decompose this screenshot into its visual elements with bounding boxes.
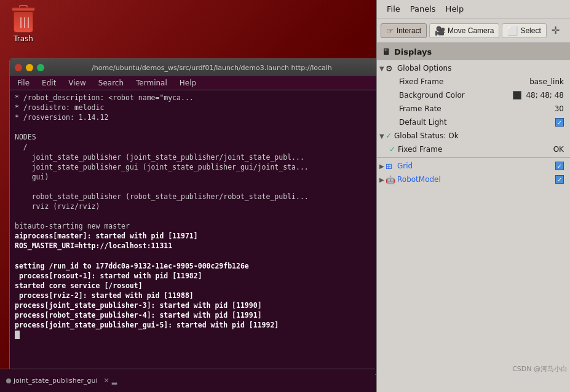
grid-checkbox[interactable]: ✓ — [555, 162, 568, 171]
grid-row[interactable]: ▶ ⊞ Grid ✓ — [377, 159, 570, 173]
default-light-label: Default Light — [399, 118, 555, 127]
terminal-content[interactable]: * /robot_description: <robot name="myca.… — [10, 90, 381, 374]
term-line: process[rviz-2]: started with pid [11988… — [15, 291, 376, 300]
watermark: CSDN @河马小白 — [512, 364, 568, 374]
rviz-menubar: File Panels Help — [377, 0, 570, 18]
term-line: joint_state_publisher (joint_state_publi… — [15, 152, 376, 162]
grid-arrow[interactable]: ▶ — [379, 163, 386, 170]
global-status-arrow[interactable]: ▼ — [379, 133, 386, 139]
terminal-min-btn[interactable] — [26, 64, 33, 71]
term-line: ROS_MASTER_URI=http://localhost:11311 — [15, 241, 376, 251]
displays-header-label: Displays — [394, 47, 432, 57]
term-line: bitauto-starting new master — [15, 221, 376, 231]
rviz-menu-file[interactable]: File — [382, 3, 405, 15]
robot-model-enable-checkbox[interactable]: ✓ — [555, 175, 564, 184]
taskbar-dot — [6, 378, 11, 383]
bg-color-value[interactable]: 48; 48; 48 — [513, 91, 568, 100]
move-camera-icon: 🎥 — [435, 26, 445, 36]
global-status-label: Global Status: Ok — [394, 131, 568, 140]
grid-enable-checkbox[interactable]: ✓ — [555, 162, 564, 170]
robot-model-arrow[interactable]: ▶ — [379, 176, 386, 183]
terminal-menu-terminal[interactable]: Terminal — [133, 77, 170, 88]
term-line — [15, 251, 376, 261]
term-line — [15, 211, 376, 221]
terminal-menu-view[interactable]: View — [66, 77, 88, 88]
monitor-icon: 🖥 — [382, 47, 390, 57]
rviz-menu-help[interactable]: Help — [441, 3, 469, 15]
global-status-row[interactable]: ▼ ✓ Global Status: Ok — [377, 129, 570, 143]
robot-model-label: RobotModel — [397, 175, 555, 184]
select-icon: ⬜ — [507, 26, 518, 36]
term-line: process[joint_state_publisher_gui-5]: st… — [15, 320, 376, 330]
global-options-label: Global Options — [397, 64, 568, 73]
fixed-frame-status-label: Fixed Frame — [398, 145, 553, 154]
taskbar-close-x[interactable]: ✕ — [104, 377, 109, 385]
frame-rate-label: Frame Rate — [399, 104, 555, 113]
rviz-menu-panels[interactable]: Panels — [405, 3, 441, 15]
rviz-panel: File Panels Help ☞ Interact 🎥 Move Camer… — [376, 0, 570, 392]
displays-header: 🖥 Displays — [377, 43, 570, 60]
term-line: rviz (rviz/rviz) — [15, 202, 376, 211]
frame-rate-row: Frame Rate 30 — [377, 102, 570, 116]
move-camera-label: Move Camera — [448, 26, 494, 35]
term-line: process[robot_state_publisher-4]: starte… — [15, 310, 376, 320]
term-line: * /robot_description: <robot name="myca.… — [15, 93, 376, 103]
global-status-check: ✓ — [386, 131, 394, 140]
terminal-menu-help[interactable]: Help — [177, 77, 199, 88]
robot-model-checkbox[interactable]: ✓ — [555, 175, 568, 184]
taskbar-item-label: joint_state_publisher_gui — [14, 377, 98, 385]
robot-model-row[interactable]: ▶ 🤖 RobotModel ✓ — [377, 173, 570, 186]
terminal-close-btn[interactable] — [15, 64, 22, 71]
term-line: process[joint_state_publisher-3]: starte… — [15, 300, 376, 310]
gear-icon: ⚙ — [386, 64, 395, 73]
terminal-menu-edit[interactable]: Edit — [39, 77, 58, 88]
color-swatch — [513, 91, 521, 100]
trash-label: Trash — [14, 34, 33, 43]
interact-tool-btn[interactable]: ☞ Interact — [381, 23, 427, 38]
term-line: NODES — [15, 132, 376, 142]
bg-color-label: Background Color — [399, 91, 513, 100]
taskbar-item-publisher-gui[interactable]: joint_state_publisher_gui ✕ ▂ — [0, 374, 123, 387]
term-line — [15, 182, 376, 192]
terminal-window: /home/ubuntu/demos_ws/src/urdf01/launch/… — [9, 58, 381, 375]
terminal-menu-search[interactable]: Search — [96, 77, 126, 88]
trash-icon[interactable]: Trash — [5, 5, 42, 43]
term-line: aiprocess[master]: started with pid [119… — [15, 231, 376, 241]
term-line: process[rosout-1]: started with pid [119… — [15, 271, 376, 281]
frame-rate-value[interactable]: 30 — [555, 104, 568, 113]
default-light-row: Default Light ✓ — [377, 116, 570, 129]
rviz-toolbar: ☞ Interact 🎥 Move Camera ⬜ Select ✛ — [377, 18, 570, 43]
fixed-frame-row: Fixed Frame base_link — [377, 75, 570, 88]
trash-lines — [20, 17, 29, 28]
term-line — [15, 122, 376, 132]
robot-model-icon: 🤖 — [386, 175, 395, 184]
fixed-frame-status-row: ✓ Fixed Frame OK — [377, 143, 570, 156]
default-light-checkbox[interactable]: ✓ — [555, 118, 564, 127]
fixed-frame-value[interactable]: base_link — [529, 77, 568, 86]
select-tool-btn[interactable]: ⬜ Select — [502, 23, 546, 38]
bg-color-row: Background Color 48; 48; 48 — [377, 88, 570, 102]
grid-label: Grid — [397, 162, 555, 170]
term-line: robot_state_publisher (robot_state_publi… — [15, 192, 376, 202]
taskbar-min-x[interactable]: ▂ — [112, 377, 117, 385]
terminal-max-btn[interactable] — [37, 64, 44, 71]
fixed-frame-status-check: ✓ — [389, 145, 398, 154]
fixed-frame-status-value: OK — [553, 145, 568, 154]
crosshair-icon: ✛ — [552, 25, 560, 36]
default-light-value[interactable]: ✓ — [555, 118, 568, 127]
displays-tree: ▼ ⚙ Global Options Fixed Frame base_link… — [377, 60, 570, 392]
select-label: Select — [520, 26, 540, 35]
trash-icon-image — [11, 5, 36, 33]
term-line: setting /run_id to 177ddc0a-9132-11ec-99… — [15, 261, 376, 271]
trash-lid — [12, 7, 35, 11]
global-options-row[interactable]: ▼ ⚙ Global Options — [377, 61, 570, 75]
grid-icon: ⊞ — [386, 162, 395, 171]
term-line: joint_state_publisher_gui (joint_state_p… — [15, 162, 376, 172]
move-camera-tool-btn[interactable]: 🎥 Move Camera — [429, 23, 499, 38]
term-line: started core service [/rosout] — [15, 281, 376, 291]
interact-icon: ☞ — [386, 26, 394, 36]
global-options-arrow[interactable]: ▼ — [379, 65, 386, 72]
trash-body — [14, 12, 33, 33]
terminal-menu-file[interactable]: File — [15, 77, 32, 88]
terminal-title: /home/ubuntu/demos_ws/src/urdf01/launch/… — [48, 64, 376, 72]
